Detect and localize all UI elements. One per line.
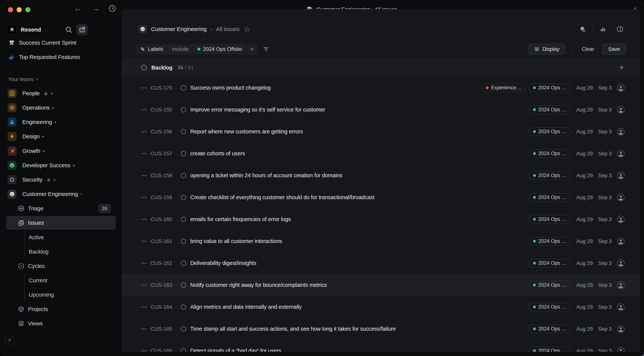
issue-row[interactable]: CUS-163 Notify customer right away for b…	[122, 274, 640, 296]
filter-value[interactable]: 2024 Ops Offsite	[193, 44, 246, 54]
priority-icon[interactable]	[141, 282, 147, 288]
assignee-avatar-icon[interactable]	[617, 215, 625, 224]
sidebar-team-developer-success[interactable]: Developer Success ▸	[0, 158, 122, 172]
status-backlog-icon[interactable]	[180, 195, 186, 201]
label-pill[interactable]: 2024 Ops …	[528, 84, 571, 92]
insights-chart-icon[interactable]	[599, 26, 606, 33]
status-backlog-icon[interactable]	[180, 107, 186, 113]
label-pill[interactable]: 2024 Ops …	[528, 193, 571, 202]
label-pill[interactable]: 2024 Ops …	[528, 215, 571, 224]
label-pill[interactable]: 2024 Ops …	[528, 259, 571, 268]
label-pill[interactable]: 2024 Ops …	[528, 303, 571, 311]
filter-field[interactable]: Labels	[136, 44, 167, 54]
issue-row[interactable]: CUS-157 create cohorts of users 2024 Ops…	[122, 143, 640, 164]
assignee-avatar-icon[interactable]	[617, 347, 625, 352]
issue-row[interactable]: CUS-158 opening a ticket within 24 hours…	[122, 164, 640, 187]
assignee-avatar-icon[interactable]	[617, 84, 625, 92]
workspace-switcher[interactable]: R Resend ⌄	[0, 23, 122, 37]
issue-row[interactable]: CUS-159 Create checklist of everything c…	[122, 187, 640, 209]
status-backlog-icon[interactable]	[180, 282, 186, 288]
search-icon[interactable]	[65, 26, 72, 34]
priority-icon[interactable]	[141, 172, 147, 179]
sidebar-item-issues[interactable]: Issues	[0, 216, 122, 230]
issue-row[interactable]: CUS-165 Time stamp all start and success…	[122, 318, 640, 340]
priority-icon[interactable]	[141, 238, 147, 245]
assignee-avatar-icon[interactable]	[617, 325, 625, 333]
priority-icon[interactable]	[141, 85, 147, 91]
status-backlog-icon[interactable]	[180, 172, 186, 179]
breadcrumb-team[interactable]: Customer Engineering	[151, 26, 207, 32]
issue-row[interactable]: CUS-166 Detect signals of a “bad day” fo…	[122, 340, 640, 352]
status-backlog-icon[interactable]	[180, 216, 186, 222]
your-teams-header[interactable]: Your teams ▾	[0, 74, 122, 84]
status-backlog-icon[interactable]	[180, 348, 186, 352]
assignee-avatar-icon[interactable]	[617, 237, 625, 245]
assignee-avatar-icon[interactable]	[617, 193, 625, 202]
status-backlog-icon[interactable]	[180, 85, 186, 91]
display-options-button[interactable]: Display	[528, 44, 565, 55]
save-view-button[interactable]: Save	[602, 44, 626, 55]
assignee-avatar-icon[interactable]	[617, 106, 625, 114]
clear-filters-button[interactable]: Clear	[579, 44, 597, 55]
priority-icon[interactable]	[141, 260, 147, 266]
issue-row[interactable]: CUS-179 Success owns product changelog E…	[122, 77, 640, 99]
issue-row[interactable]: CUS-155 Improve error messaging so it’s …	[122, 99, 640, 121]
favorite-star-icon[interactable]: ☆	[244, 25, 250, 33]
sidebar-team-operations[interactable]: Operations ▸	[0, 101, 122, 115]
status-backlog-icon[interactable]	[180, 304, 186, 310]
filter-operator[interactable]: include	[168, 44, 192, 54]
filter-remove-button[interactable]: ×	[247, 44, 258, 54]
sidebar-item-projects[interactable]: Projects	[0, 302, 122, 316]
priority-icon[interactable]	[141, 304, 147, 310]
label-pill[interactable]: 2024 Ops …	[528, 325, 571, 333]
group-header-backlog[interactable]: Backlog 34 / 61 +	[122, 59, 640, 77]
help-button[interactable]: ?	[4, 335, 15, 346]
side-panel-toggle-icon[interactable]	[616, 25, 624, 33]
sidebar-item-current[interactable]: Current	[0, 273, 122, 288]
sidebar-team-customer-engineering[interactable]: Customer Engineering ▾	[0, 187, 122, 201]
priority-icon[interactable]	[141, 150, 147, 157]
assignee-avatar-icon[interactable]	[617, 303, 625, 311]
assignee-avatar-icon[interactable]	[617, 259, 625, 267]
priority-icon[interactable]	[141, 348, 147, 352]
sidebar-item-success-current-sprint[interactable]: Success Current Sprint	[0, 36, 122, 50]
add-issue-button[interactable]: +	[619, 64, 624, 72]
sidebar-team-security[interactable]: Security ▸	[0, 172, 122, 187]
priority-icon[interactable]	[141, 107, 147, 113]
label-pill[interactable]: 2024 Ops …	[528, 281, 571, 289]
label-pill[interactable]: 2024 Ops …	[528, 237, 571, 246]
assignee-avatar-icon[interactable]	[617, 281, 625, 289]
status-backlog-icon[interactable]	[180, 238, 186, 244]
add-filter-icon[interactable]	[263, 46, 270, 53]
priority-icon[interactable]	[141, 326, 147, 332]
notification-bell-icon[interactable]	[578, 25, 586, 33]
issue-row[interactable]: CUS-161 bring value to all customer inte…	[122, 230, 640, 252]
assignee-avatar-icon[interactable]	[617, 149, 625, 158]
issue-row[interactable]: CUS-164 Align metrics and data internall…	[122, 296, 640, 318]
issue-row[interactable]: CUS-156 Report where new customers are g…	[122, 121, 640, 143]
label-pill[interactable]: 2024 Ops …	[528, 127, 571, 136]
sidebar-team-design[interactable]: Design ▸	[0, 129, 122, 144]
assignee-avatar-icon[interactable]	[617, 127, 625, 136]
label-pill[interactable]: 2024 Ops …	[528, 149, 571, 158]
sidebar-item-active[interactable]: Active	[0, 230, 122, 245]
priority-icon[interactable]	[141, 216, 147, 223]
status-backlog-icon[interactable]	[180, 260, 186, 266]
assignee-avatar-icon[interactable]	[617, 171, 625, 180]
status-backlog-icon[interactable]	[180, 151, 186, 157]
sidebar-team-engineering[interactable]: Engineering ▸	[0, 115, 122, 129]
issue-row[interactable]: CUS-160 emails for certain frequencies o…	[122, 209, 640, 230]
sidebar-item-backlog[interactable]: Backlog	[0, 245, 122, 259]
sidebar-item-views[interactable]: Views	[0, 316, 122, 331]
label-pill[interactable]: 2024 Ops …	[528, 346, 571, 352]
label-pill[interactable]: 2024 Ops …	[528, 171, 571, 180]
sidebar-item-upcoming[interactable]: Upcoming	[0, 288, 122, 302]
new-issue-button[interactable]	[77, 24, 88, 35]
sidebar-item-triage[interactable]: Triage 26	[0, 201, 122, 216]
status-backlog-icon[interactable]	[180, 326, 186, 332]
status-backlog-icon[interactable]	[180, 129, 186, 135]
label-pill[interactable]: Experience…	[481, 84, 526, 92]
priority-icon[interactable]	[141, 128, 147, 135]
sidebar-item-top-requested-features[interactable]: Top Requested Features	[0, 50, 122, 64]
sidebar-item-cycles[interactable]: Cycles	[0, 259, 122, 273]
